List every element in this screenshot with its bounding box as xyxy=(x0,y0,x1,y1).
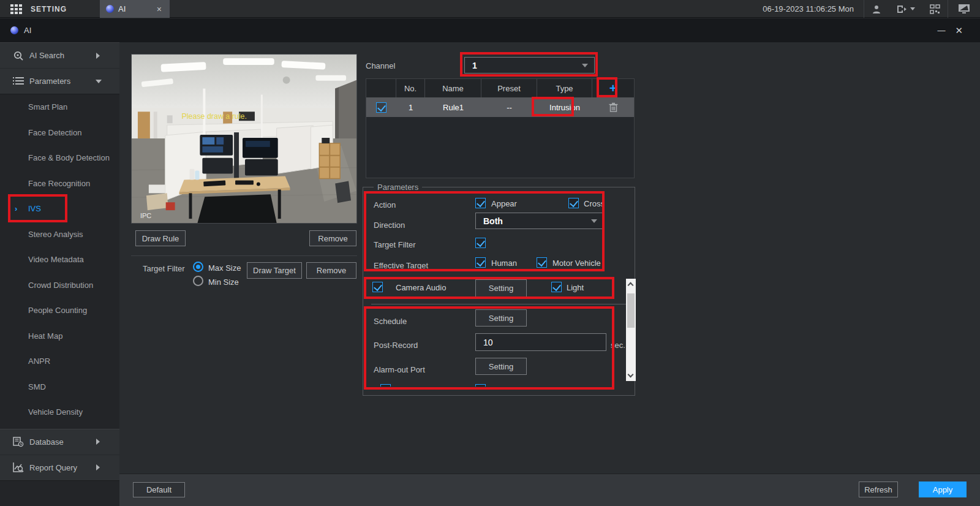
sidebar-item-smart-plan[interactable]: Smart Plan xyxy=(0,94,119,120)
target-filter-checkbox[interactable] xyxy=(475,238,486,248)
rule-table-row[interactable]: 1 Rule1 -- Intrusion xyxy=(366,97,634,117)
sidebar-item-label: ANPR xyxy=(28,357,50,366)
sidebar-item-ai-search[interactable]: AI Search xyxy=(0,43,119,68)
sidebar-item-label: Vehicle Density xyxy=(28,407,83,417)
apply-button[interactable]: Apply xyxy=(919,481,967,497)
default-button[interactable]: Default xyxy=(133,482,185,497)
schedule-setting-button[interactable]: Setting xyxy=(475,309,527,327)
rule-preset: -- xyxy=(481,97,537,117)
parameters-legend: Parameters xyxy=(374,183,422,192)
sidebar-item-report-query[interactable]: Report Query xyxy=(0,455,119,480)
sidebar-item-label: Heat Map xyxy=(28,331,62,341)
tab-close-icon[interactable]: × xyxy=(155,4,164,14)
chevron-down-icon xyxy=(582,64,588,67)
sidebar-item-video-metadata[interactable]: Video Metadata xyxy=(0,247,119,273)
direction-dropdown[interactable]: Both xyxy=(475,213,604,229)
effective-target-label: Effective Target xyxy=(374,261,428,270)
human-checkbox[interactable] xyxy=(475,257,486,268)
appear-label[interactable]: Appear xyxy=(491,199,517,208)
sidebar-item-anpr[interactable]: ANPR xyxy=(0,349,119,374)
alarm-out-setting-button[interactable]: Setting xyxy=(475,358,527,375)
window-close-icon[interactable]: ✕ xyxy=(955,25,963,36)
rule-checkbox[interactable] xyxy=(376,102,386,113)
delete-rule-button[interactable] xyxy=(592,97,634,117)
chevron-down-icon xyxy=(96,80,102,83)
motor-vehicle-label[interactable]: Motor Vehicle xyxy=(552,259,601,268)
sidebar-item-label: Face & Body Detection xyxy=(28,153,110,162)
direction-value: Both xyxy=(483,216,503,226)
direction-label: Direction xyxy=(374,221,405,230)
sidebar-item-crowd-distribution[interactable]: Crowd Distribution xyxy=(0,273,119,298)
sidebar-item-smd[interactable]: SMD xyxy=(0,374,119,400)
user-icon[interactable] xyxy=(872,4,881,14)
sidebar-item-heat-map[interactable]: Heat Map xyxy=(0,323,119,349)
draw-target-button[interactable]: Draw Target xyxy=(247,262,302,279)
channel-dropdown[interactable]: 1 xyxy=(464,57,595,74)
add-rule-button[interactable]: + xyxy=(592,79,634,97)
remove-rule-button[interactable]: Remove xyxy=(309,230,356,246)
sidebar-item-label: People Counting xyxy=(28,306,87,315)
parameters-scrollbar[interactable] xyxy=(626,279,636,381)
sidebar-item-label: IVS xyxy=(28,204,41,213)
camera-name-overlay: IPC xyxy=(140,212,151,219)
appear-checkbox[interactable] xyxy=(475,198,486,208)
alarm-out-port-label: Alarm-out Port xyxy=(374,365,425,374)
action-label: Action xyxy=(374,200,396,210)
cross-checkbox[interactable] xyxy=(568,198,579,208)
scrollbar-thumb[interactable] xyxy=(627,293,635,328)
remove-target-button[interactable]: Remove xyxy=(306,262,356,279)
display-output-icon[interactable] xyxy=(958,4,970,14)
sidebar-item-face-detection[interactable]: Face Detection xyxy=(0,120,119,146)
qr-code-icon[interactable] xyxy=(930,4,940,14)
human-label[interactable]: Human xyxy=(491,259,517,268)
post-record-unit: sec. xyxy=(611,341,625,350)
min-size-radio[interactable] xyxy=(193,276,203,286)
tab-ai[interactable]: AI × xyxy=(100,0,170,18)
camera-audio-label[interactable]: Camera Audio xyxy=(396,283,446,292)
col-header-preset: Preset xyxy=(481,79,537,97)
sidebar-item-label: Report Query xyxy=(29,463,77,472)
partial-checkbox xyxy=(380,384,391,387)
camera-audio-setting-button[interactable]: Setting xyxy=(475,279,527,297)
report-query-icon xyxy=(12,462,24,473)
col-header-name: Name xyxy=(425,79,481,97)
sidebar-item-people-counting[interactable]: People Counting xyxy=(0,298,119,323)
scroll-down-icon[interactable] xyxy=(628,372,634,378)
minimize-icon[interactable]: — xyxy=(937,26,945,35)
ai-orb-icon xyxy=(106,5,114,13)
scroll-up-icon[interactable] xyxy=(628,282,634,289)
max-size-label[interactable]: Max Size xyxy=(208,263,241,273)
parameters-list-icon xyxy=(12,77,24,86)
min-size-label[interactable]: Min Size xyxy=(208,278,239,287)
param-target-filter-label: Target Filter xyxy=(374,240,416,249)
sidebar: AI Search Parameters Smart Plan Face Det… xyxy=(0,42,119,506)
logout-icon[interactable] xyxy=(896,4,915,14)
motor-vehicle-checkbox[interactable] xyxy=(537,257,547,268)
sidebar-item-vehicle-density[interactable]: Vehicle Density xyxy=(0,399,119,425)
light-checkbox[interactable] xyxy=(551,282,562,292)
separator xyxy=(948,0,948,18)
max-size-radio[interactable] xyxy=(193,262,203,272)
rule-no: 1 xyxy=(396,97,425,117)
cross-label[interactable]: Cross xyxy=(584,199,605,208)
window-title-bar: AI — ✕ xyxy=(0,18,980,42)
sidebar-item-ivs[interactable]: › IVS xyxy=(0,196,119,222)
ai-settings-window: SETTING AI × 06-19-2023 11:06:25 Mon xyxy=(0,0,980,506)
rule-name: Rule1 xyxy=(425,97,481,117)
sidebar-item-face-body-detection[interactable]: Face & Body Detection xyxy=(0,145,119,171)
draw-rule-hint-text: Please draw a rule. xyxy=(182,112,247,121)
setting-menu-label[interactable]: SETTING xyxy=(31,5,67,13)
sidebar-item-database[interactable]: Database xyxy=(0,429,119,455)
draw-rule-button[interactable]: Draw Rule xyxy=(135,230,186,246)
camera-preview[interactable]: Please draw a rule. IPC xyxy=(131,54,357,224)
sidebar-item-stereo-analysis[interactable]: Stereo Analysis xyxy=(0,222,119,247)
sidebar-item-face-recognition[interactable]: Face Recognition xyxy=(0,171,119,197)
sidebar-item-parameters[interactable]: Parameters xyxy=(0,69,119,94)
refresh-button[interactable]: Refresh xyxy=(859,481,898,497)
light-label[interactable]: Light xyxy=(567,283,584,292)
sidebar-item-label: Smart Plan xyxy=(28,102,67,111)
camera-audio-checkbox[interactable] xyxy=(372,282,383,292)
main-menu-grid-icon[interactable] xyxy=(10,4,22,14)
post-record-input[interactable]: 10 xyxy=(475,333,606,351)
schedule-label: Schedule xyxy=(374,317,407,326)
